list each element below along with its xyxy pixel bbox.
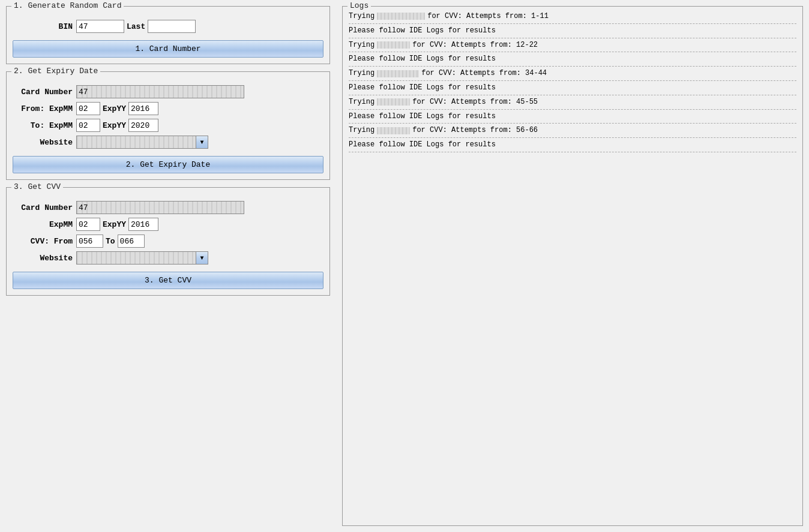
section2-to-yy-input[interactable]	[128, 119, 158, 132]
log-line-3: Trying for CVV: Attempts from: 12-22	[349, 40, 796, 50]
log-text-1b: for CVV: Attempts from: 1-11	[427, 11, 549, 22]
log-sep-3	[349, 52, 796, 52]
section2-website-wrapper: ▼	[76, 136, 208, 149]
section3-website-dropdown-arrow[interactable]: ▼	[196, 251, 208, 265]
last-label: Last	[127, 22, 145, 31]
log-text-9a: Trying	[349, 125, 374, 136]
log-line-7: Trying for CVV: Attempts from: 45-55	[349, 97, 796, 107]
bin-label: BIN	[13, 22, 73, 31]
section3-website-wrapper: ▼	[76, 251, 208, 265]
section2-website-input[interactable]	[76, 136, 196, 149]
section3-card-input[interactable]	[76, 201, 244, 214]
log-sep-5	[349, 80, 796, 81]
log-entry-7: Trying for CVV: Attempts from: 45-55	[349, 97, 796, 107]
get-cvv-button[interactable]: 3. Get CVV	[13, 272, 323, 289]
logs-legend: Logs	[347, 1, 371, 10]
log-line-8: Please follow IDE Logs for results	[349, 112, 796, 122]
log-entry-9: Trying for CVV: Attempts from: 56-66	[349, 125, 796, 136]
get-expiry-date-button[interactable]: 2. Get Expiry Date	[13, 156, 323, 173]
log-sep-2	[349, 38, 796, 38]
section3-cvv-from-label: CVV: From	[13, 237, 73, 246]
section1-legend: 1. Generate Random Card	[11, 1, 124, 10]
log-text-1a: Trying	[349, 11, 374, 22]
section2-card-label: Card Number	[13, 88, 73, 97]
logs-section: Logs Trying for CVV: Attempts from: 1-11…	[342, 6, 803, 526]
section3-website-label: Website	[13, 254, 73, 263]
section2-to-yy-label: ExpYY	[103, 121, 126, 130]
log-text-9b: for CVV: Attempts from: 56-66	[412, 125, 538, 136]
log-text-3b: for CVV: Attempts from: 12-22	[412, 40, 538, 50]
section2-website-label: Website	[13, 138, 73, 147]
log-line-6: Please follow IDE Logs for results	[349, 83, 796, 93]
log-line-1: Trying for CVV: Attempts from: 1-11	[349, 11, 796, 22]
last-input[interactable]	[148, 20, 196, 33]
log-line-10: Please follow IDE Logs for results	[349, 140, 796, 150]
log-masked-1	[377, 13, 425, 20]
log-entry-1: Trying for CVV: Attempts from: 1-11	[349, 11, 796, 22]
section2-from-label: From: ExpMM	[13, 104, 73, 113]
log-line-2: Please follow IDE Logs for results	[349, 26, 796, 36]
log-entry-6: Please follow IDE Logs for results	[349, 83, 796, 93]
bin-input[interactable]	[76, 20, 124, 33]
section2-to-mm-input[interactable]	[76, 119, 100, 132]
log-entry-5: Trying for CVV: Attempts from: 34-44	[349, 68, 796, 79]
section3-expyy-input[interactable]	[128, 218, 158, 231]
log-text-10: Please follow IDE Logs for results	[349, 140, 496, 150]
log-text-7a: Trying	[349, 97, 374, 107]
log-entry-8: Please follow IDE Logs for results	[349, 112, 796, 122]
log-masked-3	[377, 41, 410, 49]
section3-legend: 3. Get CVV	[11, 182, 63, 191]
section2-from-yy-input[interactable]	[128, 102, 158, 115]
section2-from-yy-label: ExpYY	[103, 104, 126, 113]
right-panel: Logs Trying for CVV: Attempts from: 1-11…	[336, 0, 809, 532]
section3-card-label: Card Number	[13, 203, 73, 212]
log-sep-8	[349, 123, 796, 124]
log-text-5b: for CVV: Attempts from: 34-44	[421, 68, 547, 79]
log-text-4: Please follow IDE Logs for results	[349, 54, 496, 64]
section2-group: 2. Get Expiry Date Card Number From: Exp…	[6, 71, 330, 180]
log-sep-10	[349, 152, 796, 152]
log-entry-3: Trying for CVV: Attempts from: 12-22	[349, 40, 796, 50]
log-text-7b: for CVV: Attempts from: 45-55	[412, 97, 538, 107]
section3-cvv-to-input[interactable]	[118, 235, 145, 248]
log-text-6: Please follow IDE Logs for results	[349, 83, 496, 93]
log-text-5a: Trying	[349, 68, 374, 79]
log-sep-6	[349, 95, 796, 95]
generate-card-button[interactable]: 1. Card Number	[13, 40, 323, 58]
section2-card-input[interactable]	[76, 85, 244, 98]
section2-to-label: To: ExpMM	[13, 121, 73, 130]
log-sep-9	[349, 137, 796, 138]
section3-cvv-from-input[interactable]	[76, 235, 103, 248]
log-text-2: Please follow IDE Logs for results	[349, 26, 496, 36]
section2-legend: 2. Get Expiry Date	[11, 67, 100, 76]
log-text-3a: Trying	[349, 40, 374, 50]
log-line-4: Please follow IDE Logs for results	[349, 54, 796, 64]
log-line-9: Trying for CVV: Attempts from: 56-66	[349, 125, 796, 136]
log-sep-4	[349, 66, 796, 67]
left-panel: 1. Generate Random Card BIN Last 1. Card…	[0, 0, 336, 532]
log-text-8: Please follow IDE Logs for results	[349, 112, 496, 122]
log-masked-5	[377, 70, 419, 77]
section3-website-input[interactable]	[76, 251, 196, 265]
log-sep-1	[349, 23, 796, 24]
section3-expyy-label: ExpYY	[103, 220, 126, 229]
section1-group: 1. Generate Random Card BIN Last 1. Card…	[6, 6, 330, 64]
log-masked-9	[377, 127, 410, 134]
section3-cvv-to-label: To	[106, 237, 115, 246]
section3-expmm-label: ExpMM	[13, 220, 73, 229]
log-line-5: Trying for CVV: Attempts from: 34-44	[349, 68, 796, 79]
log-entry-4: Please follow IDE Logs for results	[349, 54, 796, 64]
log-entry-10: Please follow IDE Logs for results	[349, 140, 796, 150]
section2-from-mm-input[interactable]	[76, 102, 100, 115]
section2-website-dropdown-arrow[interactable]: ▼	[196, 136, 208, 149]
section3-group: 3. Get CVV Card Number ExpMM ExpYY CVV: …	[6, 187, 330, 296]
log-sep-7	[349, 109, 796, 110]
section3-expmm-input[interactable]	[76, 218, 100, 231]
log-entry-2: Please follow IDE Logs for results	[349, 26, 796, 36]
log-masked-7	[377, 98, 410, 106]
